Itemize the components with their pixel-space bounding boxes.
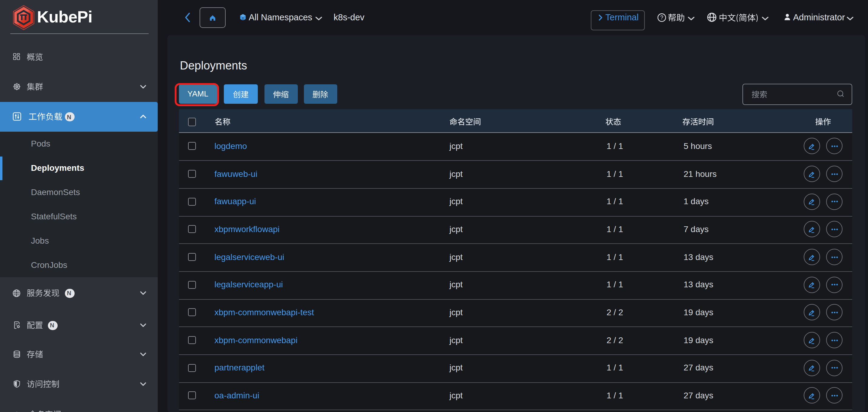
svg-text:?: ? (660, 14, 663, 20)
